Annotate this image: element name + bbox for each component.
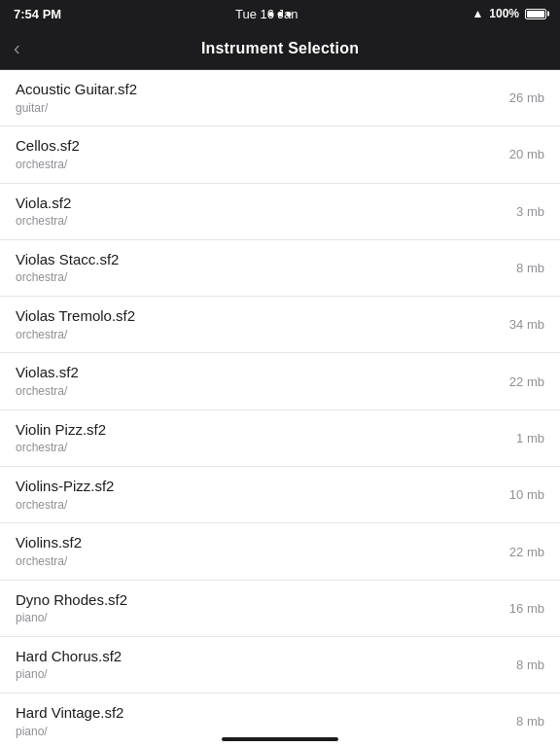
list-item[interactable]: Violas.sf2orchestra/22 mb: [0, 353, 560, 409]
list-item[interactable]: Violins-Pizz.sf2orchestra/10 mb: [0, 467, 560, 523]
list-item[interactable]: Hard Chorus.sf2piano/8 mb: [0, 637, 560, 694]
item-name: Acoustic Guitar.sf2: [16, 80, 137, 99]
battery-percent: 100%: [489, 7, 519, 20]
status-bar: 7:54 PM Tue 16 Jan ▲ 100%: [0, 0, 560, 27]
page-title: Instrument Selection: [201, 40, 359, 57]
item-folder: orchestra/: [16, 383, 79, 400]
item-name: Viola.sf2: [16, 194, 71, 213]
item-info: Violas.sf2orchestra/: [16, 363, 79, 399]
item-name: Hard Chorus.sf2: [16, 647, 122, 666]
item-info: Hard Vintage.sf2piano/: [16, 703, 123, 739]
item-info: Dyno Rhodes.sf2piano/: [16, 590, 127, 626]
wifi-icon: ▲: [472, 7, 483, 20]
item-name: Violas Stacc.sf2: [16, 250, 119, 269]
item-size: 22 mb: [509, 545, 544, 559]
status-time: 7:54 PM: [14, 7, 61, 21]
item-info: Viola.sf2orchestra/: [16, 194, 71, 230]
item-info: Acoustic Guitar.sf2guitar/: [16, 80, 137, 116]
item-name: Violas.sf2: [16, 363, 79, 382]
item-folder: guitar/: [16, 100, 137, 117]
item-size: 10 mb: [509, 487, 544, 502]
item-size: 22 mb: [509, 374, 544, 389]
back-button[interactable]: ‹: [14, 37, 20, 59]
item-size: 1 mb: [516, 431, 544, 445]
list-item[interactable]: Violins.sf2orchestra/22 mb: [0, 523, 560, 580]
item-info: Hard Chorus.sf2piano/: [16, 647, 122, 683]
item-info: Cellos.sf2orchestra/: [16, 136, 80, 172]
list-item[interactable]: Violas Tremolo.sf2orchestra/34 mb: [0, 297, 560, 353]
list-item[interactable]: Violas Stacc.sf2orchestra/8 mb: [0, 240, 560, 297]
item-folder: orchestra/: [16, 553, 82, 570]
item-size: 34 mb: [509, 317, 544, 332]
list-item[interactable]: Violin Pizz.sf2orchestra/1 mb: [0, 410, 560, 467]
item-name: Hard Vintage.sf2: [16, 703, 123, 723]
item-size: 26 mb: [509, 90, 544, 105]
item-folder: orchestra/: [16, 269, 119, 286]
status-dots: [269, 12, 292, 17]
item-info: Violin Pizz.sf2orchestra/: [16, 420, 106, 456]
item-info: Violas Stacc.sf2orchestra/: [16, 250, 119, 286]
item-folder: orchestra/: [16, 327, 135, 343]
item-size: 16 mb: [509, 601, 544, 616]
list-item[interactable]: Viola.sf2orchestra/3 mb: [0, 184, 560, 240]
item-folder: orchestra/: [16, 440, 106, 456]
home-indicator: [222, 737, 338, 741]
item-name: Violin Pizz.sf2: [16, 420, 106, 440]
list-item[interactable]: Dyno Rhodes.sf2piano/16 mb: [0, 581, 560, 637]
item-folder: orchestra/: [16, 497, 114, 514]
item-size: 8 mb: [516, 714, 544, 729]
list-item[interactable]: Acoustic Guitar.sf2guitar/26 mb: [0, 70, 560, 126]
item-name: Violins-Pizz.sf2: [16, 477, 114, 496]
item-size: 3 mb: [516, 204, 544, 219]
item-size: 8 mb: [516, 261, 544, 275]
instrument-list[interactable]: Acoustic Guitar.sf2guitar/26 mbCellos.sf…: [0, 70, 560, 747]
battery-icon: [525, 9, 546, 19]
item-name: Violas Tremolo.sf2: [16, 306, 135, 326]
item-folder: piano/: [16, 666, 122, 683]
item-folder: piano/: [16, 724, 123, 740]
item-name: Violins.sf2: [16, 533, 82, 552]
item-name: Cellos.sf2: [16, 136, 80, 156]
list-item[interactable]: Cellos.sf2orchestra/20 mb: [0, 126, 560, 183]
item-info: Violas Tremolo.sf2orchestra/: [16, 306, 135, 342]
item-size: 8 mb: [516, 658, 544, 672]
item-info: Violins.sf2orchestra/: [16, 533, 82, 569]
item-info: Violins-Pizz.sf2orchestra/: [16, 477, 114, 513]
item-size: 20 mb: [509, 147, 544, 161]
item-folder: orchestra/: [16, 213, 71, 230]
status-right: ▲ 100%: [472, 7, 546, 20]
item-folder: piano/: [16, 610, 127, 626]
item-name: Dyno Rhodes.sf2: [16, 590, 127, 610]
nav-bar: ‹ Instrument Selection: [0, 27, 560, 70]
item-folder: orchestra/: [16, 157, 80, 173]
